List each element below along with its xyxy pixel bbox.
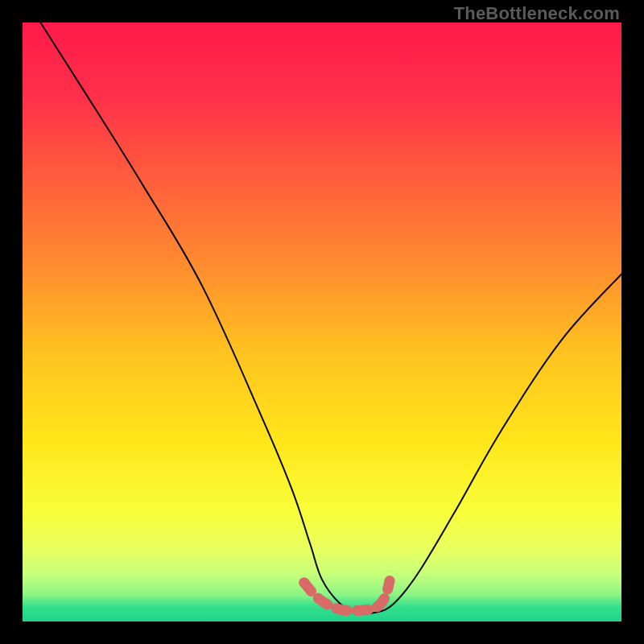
bottleneck-curve	[40, 23, 621, 613]
bottom-marker	[304, 580, 390, 610]
chart-frame: TheBottleneck.com	[0, 0, 644, 644]
watermark-text: TheBottleneck.com	[454, 3, 620, 24]
plot-area	[23, 23, 621, 621]
curve-layer	[23, 23, 621, 621]
